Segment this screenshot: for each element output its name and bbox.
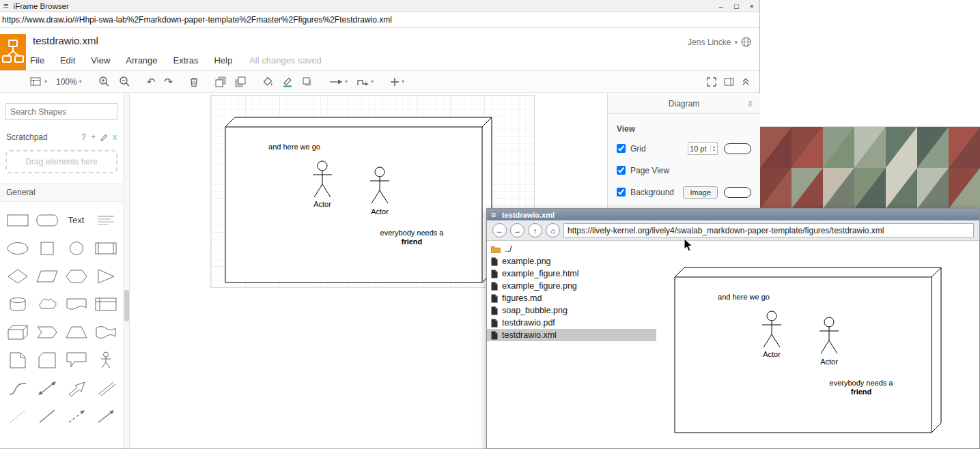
page-view-checkbox[interactable] [617, 166, 626, 175]
shape-note[interactable] [4, 349, 31, 372]
shape-text[interactable]: Text [63, 209, 90, 232]
menu-view[interactable]: View [91, 55, 110, 66]
collapse-toolbar-icon[interactable] [742, 77, 750, 86]
file-browser-titlebar[interactable]: ≡ testdrawio.xml [487, 209, 979, 220]
browser-url-input[interactable] [0, 15, 759, 25]
section-general[interactable]: General [0, 183, 123, 202]
file-row-example-png[interactable]: example.png [487, 255, 656, 267]
maximize-button[interactable]: □ [734, 0, 739, 12]
shape-parallelogram[interactable] [33, 265, 61, 288]
home-button[interactable]: ⌂ [546, 223, 560, 237]
grid-checkbox[interactable] [617, 144, 626, 153]
shape-dashed-arrow[interactable] [63, 405, 90, 428]
file-row-soap-bubble-png[interactable]: soap_bubble.png [487, 304, 656, 317]
shape-rounded-rectangle[interactable] [33, 209, 61, 232]
zoom-out-button[interactable] [119, 76, 130, 87]
shape-double-line[interactable] [92, 377, 120, 400]
spinner-arrows[interactable]: ▲▼ [710, 145, 717, 153]
redo-button[interactable]: ↷ [164, 77, 173, 87]
user-menu[interactable]: Jens Lincke ▾ [688, 37, 751, 47]
fill-color-button[interactable] [262, 76, 273, 87]
shape-cube[interactable] [4, 321, 31, 344]
note-line1[interactable]: everybody needs a [380, 229, 445, 237]
format-close-icon[interactable]: x [748, 98, 753, 108]
minimize-button[interactable]: – [719, 0, 723, 12]
up-button[interactable]: ↑ [528, 223, 542, 237]
fullscreen-icon[interactable] [707, 77, 716, 87]
background-checkbox[interactable] [617, 188, 626, 197]
delete-button[interactable] [189, 76, 199, 87]
shape-arrow[interactable] [92, 405, 120, 428]
scratchpad-dropzone[interactable]: Drag elements here [5, 150, 117, 173]
help-icon[interactable]: ? [81, 132, 86, 142]
to-back-button[interactable] [235, 76, 246, 87]
shape-process[interactable] [92, 237, 120, 260]
drawio-logo[interactable] [0, 34, 26, 70]
file-row-[interactable]: ../ [487, 243, 656, 255]
image-button[interactable]: Image [683, 186, 718, 199]
shape-curve[interactable] [4, 377, 31, 400]
file-row-figures-md[interactable]: figures.md [487, 292, 656, 304]
file-row-testdrawio-pdf[interactable]: testdrawio.pdf [487, 317, 656, 329]
shape-card[interactable] [33, 349, 61, 372]
menu-extras[interactable]: Extras [173, 55, 199, 66]
actor2-label[interactable]: Actor [371, 207, 389, 216]
shape-triangle[interactable] [92, 265, 120, 288]
shape-document[interactable] [63, 293, 90, 316]
waypoints-dropdown[interactable]: ▾ [356, 77, 374, 87]
insert-dropdown[interactable]: ▾ [390, 77, 404, 87]
diagram-caption[interactable]: and here we go [268, 143, 320, 151]
shape-textbox[interactable] [92, 209, 120, 232]
back-button[interactable]: ← [492, 223, 507, 237]
window-menu-icon[interactable]: ≡ [0, 1, 14, 11]
scratchpad-close-icon[interactable]: x [113, 132, 117, 142]
file-browser-url-input[interactable] [563, 223, 974, 237]
shape-actor[interactable] [92, 349, 120, 372]
tab-diagram[interactable]: Diagram [669, 99, 699, 108]
shape-block-arrow[interactable] [63, 377, 90, 400]
shape-dotted-line[interactable] [4, 405, 31, 428]
file-row-example-figure-html[interactable]: example_figure.html [487, 267, 656, 280]
scrollbar-thumb[interactable] [124, 290, 129, 321]
shape-diamond[interactable] [4, 265, 31, 288]
shape-internal-storage[interactable] [92, 293, 120, 316]
globe-icon[interactable] [741, 37, 751, 47]
file-row-example-figure-png[interactable]: example_figure.png [487, 280, 656, 292]
undo-button[interactable]: ↶ [147, 77, 156, 87]
edit-pencil-icon[interactable] [100, 134, 108, 141]
note-line2[interactable]: friend [402, 237, 423, 246]
forward-button[interactable]: → [510, 223, 524, 237]
grid-color-swatch[interactable] [724, 143, 751, 154]
add-icon[interactable]: + [91, 132, 96, 142]
background-color-swatch[interactable] [724, 187, 751, 198]
format-panel-toggle-icon[interactable] [724, 78, 734, 86]
shape-tape[interactable] [92, 321, 120, 344]
shape-circle[interactable] [63, 237, 90, 260]
zoom-in-button[interactable] [98, 76, 110, 87]
iframe-browser-titlebar[interactable]: ≡ iFrame Browser – □ × [0, 0, 759, 12]
shape-square[interactable] [33, 237, 61, 260]
shape-search-input[interactable] [10, 107, 116, 117]
window-menu-icon[interactable]: ≡ [491, 210, 496, 220]
menu-edit[interactable]: Edit [60, 55, 75, 66]
line-color-button[interactable] [282, 76, 293, 87]
shadow-button[interactable] [302, 76, 313, 87]
zoom-level-dropdown[interactable]: 100% ▾ [56, 77, 82, 87]
shape-hexagon[interactable] [63, 265, 90, 288]
shape-cloud[interactable] [33, 293, 61, 316]
to-front-button[interactable] [215, 76, 226, 87]
shape-ellipse[interactable] [4, 237, 31, 260]
sidebar-scrollbar[interactable] [123, 93, 130, 448]
connection-dropdown[interactable]: ▾ [329, 77, 348, 87]
menu-file[interactable]: File [30, 55, 44, 66]
shape-step[interactable] [33, 321, 61, 344]
menu-arrange[interactable]: Arrange [126, 55, 157, 66]
file-row-testdrawio-xml[interactable]: testdrawio.xml [487, 329, 656, 341]
close-button[interactable]: × [750, 0, 754, 12]
shape-rectangle[interactable] [4, 209, 31, 232]
shape-callout[interactable] [63, 349, 90, 372]
grid-size-input[interactable] [688, 145, 710, 153]
shape-bidirectional-arrow[interactable] [33, 377, 61, 400]
menu-help[interactable]: Help [214, 55, 232, 66]
page-view-dropdown[interactable]: ▾ [30, 76, 47, 87]
